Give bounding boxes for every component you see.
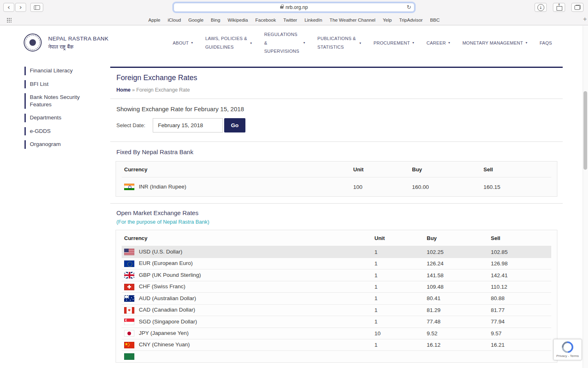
col-unit: Unit [351,162,410,177]
currency-label: USD (U.S. Dollar) [139,249,183,255]
back-button[interactable]: ‹ [3,3,14,12]
nav-procurement[interactable]: PROCUREMENT ▾ [374,39,414,47]
address-bar[interactable]: nrb.org.np ↻ [174,3,414,12]
chevron-down-icon: ▾ [303,41,305,45]
fixed-section-title: Fixed By Nepal Rastra Bank [116,148,557,155]
bookmark-wikipedia[interactable]: Wikipedia [227,18,248,22]
bookmark-twitter[interactable]: Twitter [283,18,297,22]
table-row-eur: EUR (European Euro) 1 126.24 126.98 [122,258,551,269]
buy-cell: 81.29 [424,304,488,316]
divider [110,99,563,99]
scrollbar-track[interactable] [583,26,588,368]
go-button[interactable]: Go [224,118,245,132]
sidebar-item-egdds[interactable]: e-GDDS [24,127,96,136]
frequently-visited-grid-icon[interactable] [7,18,11,22]
unit-cell: 1 [372,304,424,316]
nav-about[interactable]: ABOUT ▾ [173,39,193,47]
bookmark-weather-channel[interactable]: The Weather Channel [330,18,375,22]
breadcrumb: Home » Foreign Exchange Rate [116,87,557,93]
date-selector-row: Select Date: Go [116,118,557,132]
share-button[interactable] [553,3,565,12]
scrollbar-thumb[interactable] [584,91,587,170]
table-row-sgd: SGD (Singapore Dollar) 1 77.48 77.94 [122,316,551,328]
downloads-button[interactable]: ↓ [535,3,547,12]
col-currency: Currency [122,162,351,177]
open-section-subtitle: (For the purpose of Nepal Rastra Bank) [116,219,557,225]
bookmark-apple[interactable]: Apple [148,18,160,22]
unit-cell: 10 [372,328,424,339]
open-market-table: Currency Unit Buy Sell USD (U.S. Dollar)… [116,230,557,362]
sell-cell: 126.98 [488,258,551,269]
unit-cell: 100 [351,177,410,197]
nav-regulations-supervisions[interactable]: REGULATIONS & SUPERVISIONS ▾ [264,30,305,56]
india-flag-icon [124,184,134,190]
sell-cell: 102.85 [488,246,551,258]
buy-cell: 141.58 [424,269,488,281]
nav-label: CAREER [426,39,446,47]
bookmark-linkedin[interactable]: LinkedIn [305,18,322,22]
nav-faqs[interactable]: FAQS [539,39,552,47]
bookmark-yelp[interactable]: Yelp [383,18,392,22]
page-title: Foreign Exchange Rates [116,74,557,82]
breadcrumb-separator: » [132,87,135,93]
unit-cell: 1 [372,316,424,328]
tab-overview-button[interactable] [571,3,584,12]
nav-label: ABOUT [173,39,189,47]
bookmarks-bar: Apple iCloud Google Bing Wikipedia Faceb… [0,15,588,25]
share-icon [556,4,562,11]
chevron-down-icon: ▾ [448,41,450,45]
bookmark-icloud[interactable]: iCloud [168,18,181,22]
url-text: nrb.org.np [285,4,308,10]
currency-cell: INR (Indian Rupee) [122,177,351,197]
breadcrumb-home-link[interactable]: Home [116,87,131,93]
bookmark-bing[interactable]: Bing [211,18,220,22]
recaptcha-badge[interactable]: Privacy - Terms [553,339,582,360]
currency-cell: EUR (European Euro) [122,258,372,269]
sidebar-item-financial-literacy[interactable]: Financial Literacy [24,67,96,75]
sidebar-item-bank-notes-security[interactable]: Bank Notes Security Features [24,93,96,109]
reload-icon[interactable]: ↻ [407,4,411,10]
divider [110,141,563,142]
nav-label: FAQS [539,39,552,47]
site-header: NEPAL RASTRA BANK नेपाल राष्ट्र बैंक ABO… [0,25,588,61]
col-unit: Unit [372,230,424,246]
nav-laws-policies-guidelines[interactable]: LAWS, POLICIES & GUIDELINES ▾ [205,34,252,52]
currency-cell: CNY (Chinese Yuan) [122,339,372,350]
currency-label: SGD (Singapore Dollar) [139,319,197,325]
nav-career[interactable]: CAREER ▾ [426,39,450,47]
lock-icon [280,6,283,9]
sidebar-item-departments[interactable]: Departments [24,114,96,122]
table-row-aud: AUD (Australian Dollar) 1 80.41 80.88 [122,293,551,304]
sell-cell [488,351,551,362]
uk-flag-icon [124,272,134,278]
nrb-logo[interactable] [24,34,42,52]
currency-label: JPY (Japanese Yen) [139,330,189,336]
bookmark-bbc[interactable]: BBC [430,18,440,22]
currency-label: CHF (Swiss Franc) [139,283,185,289]
chevron-down-icon: ▾ [191,41,193,45]
add-icon[interactable]: + [583,16,587,23]
buy-cell: 80.41 [424,293,488,304]
nav-publications-statistics[interactable]: PUBLICATIONS & STATISTICS ▾ [317,34,361,52]
bookmark-google[interactable]: Google [188,18,203,22]
saudi-flag-icon [124,353,134,360]
buy-cell: 126.24 [424,258,488,269]
bookmark-tripadvisor[interactable]: TripAdvisor [399,18,423,22]
nav-label: MONETARY MANAGEMENT [462,39,523,47]
forward-button[interactable]: › [15,3,26,12]
sell-cell: 16.21 [488,339,551,350]
switzerland-flag-icon [124,284,134,290]
bookmark-facebook[interactable]: Facebook [255,18,276,22]
table-row-chf: CHF (Swiss Franc) 1 109.48 110.12 [122,281,551,292]
table-header-row: Currency Unit Buy Sell [122,230,551,246]
buy-cell: 77.48 [424,316,488,328]
currency-cell: AUD (Australian Dollar) [122,293,372,304]
recaptcha-links[interactable]: Privacy - Terms [554,354,581,358]
nav-monetary-management[interactable]: MONETARY MANAGEMENT ▾ [462,39,527,47]
sidebar-item-organogram[interactable]: Organogram [24,140,96,149]
date-input[interactable] [153,118,223,132]
unit-cell: 1 [372,258,424,269]
table-row: INR (Indian Rupee) 100 160.00 160.15 [122,177,551,197]
sidebar-toggle-button[interactable] [30,3,43,12]
sidebar-item-bfi-list[interactable]: BFI List [24,80,96,89]
